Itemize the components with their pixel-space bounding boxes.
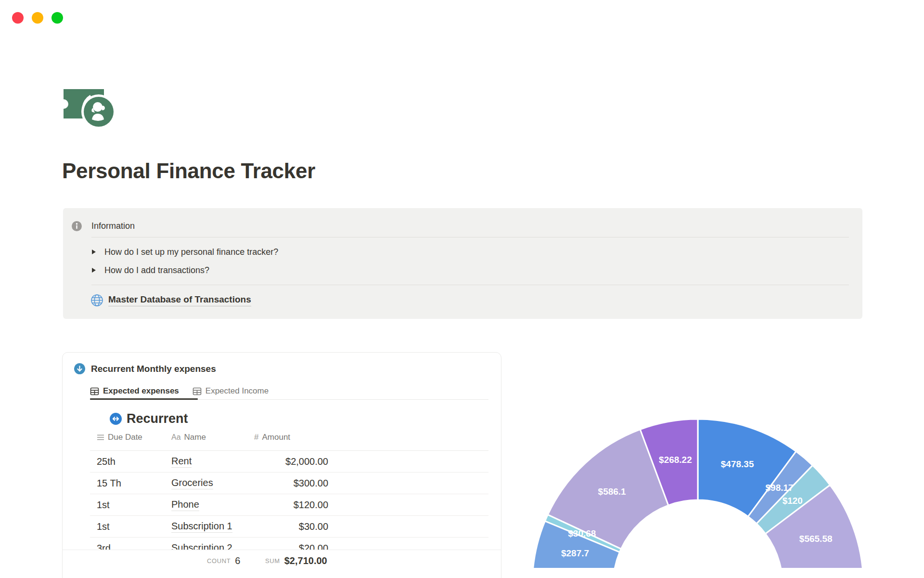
toggle-add-transactions-question[interactable]: How do I add transactions? <box>91 263 209 277</box>
globe-icon <box>90 294 103 307</box>
divider <box>91 237 849 237</box>
toggle-triangle-icon[interactable] <box>91 249 97 255</box>
recurrent-expenses-card: Recurrent Monthly expenses Expected expe… <box>62 352 501 578</box>
tab-expected-expenses[interactable]: Expected expenses <box>90 386 179 396</box>
linked-database-icon[interactable] <box>110 413 122 425</box>
expenses-donut-chart: $478.35$98.17$120$565.58$268.22$586.1$30… <box>520 414 886 568</box>
donut-segment-label: $268.22 <box>659 455 692 465</box>
table-view-icon <box>192 387 202 396</box>
name-cell[interactable]: Groceries <box>171 473 213 494</box>
donut-segment-label: $120 <box>783 496 803 506</box>
amount-cell[interactable]: $2,000.00 <box>234 451 328 472</box>
info-icon <box>72 221 82 231</box>
name-cell[interactable]: Phone <box>171 494 199 515</box>
donut-segment-label: $30.68 <box>568 528 596 539</box>
donut-segment-label: $98.17 <box>766 483 794 493</box>
due-date-cell[interactable]: 1st <box>97 516 110 537</box>
table-view-icon <box>90 387 99 396</box>
amount-cell[interactable]: $300.00 <box>234 473 328 494</box>
amount-cell[interactable]: $120.00 <box>234 494 328 515</box>
callout-title: Information <box>91 221 135 231</box>
page-title: Personal Finance Tracker <box>62 159 315 183</box>
due-date-cell[interactable]: 25th <box>97 451 116 472</box>
minimize-window-button[interactable] <box>32 12 43 24</box>
money-with-wings-icon[interactable] <box>63 88 114 127</box>
card-toggle-header[interactable]: Recurrent Monthly expenses <box>74 363 216 374</box>
due-date-cell[interactable]: 15 Th <box>97 473 121 494</box>
donut-segment-label: $586.1 <box>598 486 627 497</box>
column-header-due-date[interactable]: Due Date <box>97 433 142 442</box>
table-footer: COUNT 6 SUM $2,710.00 <box>63 550 501 578</box>
zoom-window-button[interactable] <box>51 12 63 24</box>
name-cell[interactable]: Rent <box>171 451 192 472</box>
toggle-setup-question[interactable]: How do I set up my personal finance trac… <box>91 245 278 259</box>
donut-segment-label: $478.35 <box>721 459 754 469</box>
information-callout: Information How do I set up my personal … <box>63 208 862 319</box>
count-aggregate[interactable]: COUNT 6 <box>207 550 240 571</box>
master-database-link-label[interactable]: Master Database of Transactions <box>108 294 251 306</box>
title-icon: Aa <box>171 433 181 442</box>
column-header-amount[interactable]: # Amount <box>254 433 290 442</box>
sum-aggregate[interactable]: SUM $2,710.00 <box>265 550 327 571</box>
name-cell[interactable]: Subscription 1 <box>171 516 232 537</box>
amount-cell[interactable]: $30.00 <box>234 516 328 537</box>
table-row[interactable]: 25th Rent $2,000.00 <box>90 451 488 473</box>
toggle-triangle-icon[interactable] <box>91 267 97 274</box>
due-date-cell[interactable]: 1st <box>97 494 110 515</box>
database-heading: Recurrent <box>110 411 188 426</box>
donut-segment-label: $287.7 <box>561 548 589 558</box>
card-toggle-title: Recurrent Monthly expenses <box>91 364 216 374</box>
table-row[interactable]: 15 Th Groceries $300.00 <box>90 473 488 494</box>
tab-expected-income[interactable]: Expected Income <box>192 386 269 396</box>
arrow-down-circle-icon[interactable] <box>74 363 85 374</box>
database-title[interactable]: Recurrent <box>127 411 188 426</box>
close-window-button[interactable] <box>12 12 24 24</box>
number-icon: # <box>254 433 258 442</box>
table-row[interactable]: 1st Subscription 1 $30.00 <box>90 516 488 538</box>
column-header-name[interactable]: Aa Name <box>171 433 206 442</box>
active-tab-underline <box>90 398 198 400</box>
divider <box>91 285 849 285</box>
select-icon <box>97 434 104 441</box>
column-headers: Due Date Aa Name # Amount <box>97 433 488 448</box>
table-body: 25th Rent $2,000.00 15 Th Groceries $300… <box>90 451 488 559</box>
table-row[interactable]: 1st Phone $120.00 <box>90 494 488 516</box>
donut-segment-label: $565.58 <box>799 534 833 544</box>
master-database-link[interactable]: Master Database of Transactions <box>90 293 251 307</box>
view-tabs: Expected expenses Expected Income <box>90 383 282 399</box>
